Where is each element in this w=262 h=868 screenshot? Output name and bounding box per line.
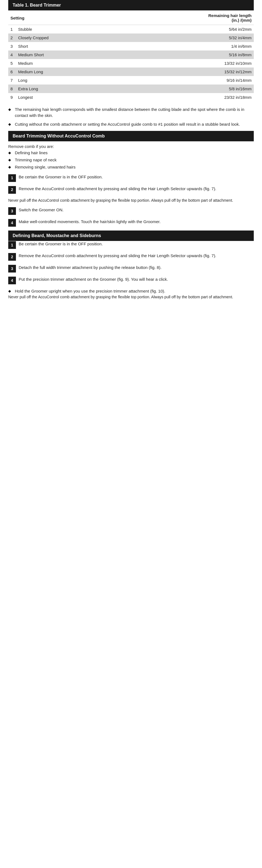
table-row: 1 Stubble 5/64 in/2mm — [8, 25, 254, 34]
beard-trimmer-table: Setting Remaining hair length (in.) /(mm… — [8, 10, 254, 101]
bullet-diamond: ◆ — [8, 150, 13, 156]
row-num: 8 — [8, 85, 16, 93]
section3-steps: 1Be certain the Groomer is in the OFF po… — [8, 241, 254, 284]
step-number: 1 — [8, 174, 16, 182]
section3-header: Defining Beard, Moustache and Sideburns — [8, 230, 254, 241]
step-text: Remove the AccuControl comb attachment b… — [19, 253, 216, 259]
section3-step-4: 4Put the precision trimmer attachment on… — [8, 276, 254, 284]
row-label: Long — [16, 76, 116, 85]
section2-steps-b: 3Switch the Groomer ON.4Make well-contro… — [8, 207, 254, 227]
table-note-item: ◆Cutting without the comb attachment or … — [8, 121, 254, 127]
row-num: 6 — [8, 67, 16, 76]
row-num: 2 — [8, 33, 16, 42]
row-length: 15/32 in/12mm — [116, 67, 254, 76]
step-text: Be certain the Groomer is in the OFF pos… — [19, 241, 103, 247]
row-label: Extra Long — [16, 85, 116, 93]
section3-step-2: 2Remove the AccuControl comb attachment … — [8, 253, 254, 261]
section2-bullet-item: ◆Removing single, unwanted hairs — [8, 164, 254, 170]
bullet-diamond: ◆ — [8, 289, 13, 294]
table-notes-list: ◆The remaining hair length corresponds w… — [8, 106, 254, 127]
table-row: 7 Long 9/16 in/14mm — [8, 76, 254, 85]
step-text: Make well-controlled movements. Touch th… — [19, 219, 161, 225]
table-row: 8 Extra Long 5/8 in/16mm — [8, 85, 254, 93]
section2-step-3: 3Switch the Groomer ON. — [8, 207, 254, 215]
section2-bullet-item: ◆Trimming nape of neck — [8, 157, 254, 163]
row-num: 4 — [8, 51, 16, 59]
row-num: 3 — [8, 42, 16, 51]
row-num: 9 — [8, 93, 16, 101]
step-text: Put the precision trimmer attachment on … — [19, 276, 168, 282]
row-num: 7 — [8, 76, 16, 85]
accu-comb-note: Never pull off the AccuControl comb atta… — [8, 197, 254, 203]
row-length: 5/32 in/4mm — [116, 33, 254, 42]
table1-section-header: Table 1. Beard Trimmer — [8, 0, 254, 10]
table-row: 2 Closely Cropped 5/32 in/4mm — [8, 33, 254, 42]
row-num: 5 — [8, 59, 16, 67]
step-number: 4 — [8, 277, 16, 284]
row-length: 9/16 in/14mm — [116, 76, 254, 85]
table1-title: Table 1. Beard Trimmer — [12, 3, 61, 7]
section2-title: Beard Trimming Without AccuControl Comb — [12, 134, 105, 138]
accu-comb-note: Never pull off the AccuControl comb atta… — [8, 294, 254, 300]
step-number: 3 — [8, 207, 16, 215]
table-note-item: ◆The remaining hair length corresponds w… — [8, 106, 254, 119]
section3-title: Defining Beard, Moustache and Sideburns — [12, 233, 101, 238]
row-label: Medium Long — [16, 67, 116, 76]
table-row: 3 Short 1/4 in/6mm — [8, 42, 254, 51]
section2-bullets: ◆Defining hair lines◆Trimming nape of ne… — [8, 150, 254, 170]
row-length: 5/64 in/2mm — [116, 25, 254, 34]
step-number: 2 — [8, 186, 16, 194]
table-row: 4 Medium Short 5/16 in/8mm — [8, 51, 254, 59]
step-text: Remove the AccuControl comb attachment b… — [19, 186, 216, 192]
row-length: 5/16 in/8mm — [116, 51, 254, 59]
remove-comb-intro: Remove comb if you are: — [8, 144, 254, 149]
step-number: 4 — [8, 219, 16, 227]
section3-step-1: 1Be certain the Groomer is in the OFF po… — [8, 241, 254, 249]
row-length: 23/32 in/18mm — [116, 93, 254, 101]
row-length: 1/4 in/6mm — [116, 42, 254, 51]
col-hair-length-header: Remaining hair length (in.) /(mm) — [116, 10, 254, 25]
col-setting-header: Setting — [8, 10, 116, 25]
section2-step-2: 2Remove the AccuControl comb attachment … — [8, 186, 254, 194]
section2-header: Beard Trimming Without AccuControl Comb — [8, 131, 254, 141]
table-row: 6 Medium Long 15/32 in/12mm — [8, 67, 254, 76]
step-number: 1 — [8, 241, 16, 249]
section2-bullet-item: ◆Defining hair lines — [8, 150, 254, 156]
bullet-diamond: ◆ — [8, 107, 13, 112]
step-number: 3 — [8, 265, 16, 273]
step-number: 2 — [8, 253, 16, 261]
step-text: Be certain the Groomer is in the OFF pos… — [19, 174, 103, 180]
row-label: Closely Cropped — [16, 33, 116, 42]
section2-steps: 1Be certain the Groomer is in the OFF po… — [8, 174, 254, 194]
section3-step-3: 3Detach the full width trimmer attachmen… — [8, 265, 254, 273]
section2-step-4: 4Make well-controlled movements. Touch t… — [8, 219, 254, 227]
table-row: 9 Longest 23/32 in/18mm — [8, 93, 254, 101]
row-label: Longest — [16, 93, 116, 101]
section2-step-1: 1Be certain the Groomer is in the OFF po… — [8, 174, 254, 182]
hold-note: ◆Hold the Groomer upright when you use t… — [8, 288, 254, 294]
row-num: 1 — [8, 25, 16, 34]
row-label: Medium Short — [16, 51, 116, 59]
row-length: 13/32 in/10mm — [116, 59, 254, 67]
row-label: Short — [16, 42, 116, 51]
row-length: 5/8 in/16mm — [116, 85, 254, 93]
bullet-diamond: ◆ — [8, 165, 13, 170]
row-label: Medium — [16, 59, 116, 67]
row-label: Stubble — [16, 25, 116, 34]
table-row: 5 Medium 13/32 in/10mm — [8, 59, 254, 67]
bullet-diamond: ◆ — [8, 157, 13, 163]
page: Table 1. Beard Trimmer Setting Remaining… — [0, 0, 262, 314]
hold-note-text: Hold the Groomer upright when you use th… — [15, 288, 165, 294]
bullet-diamond: ◆ — [8, 122, 13, 127]
step-text: Switch the Groomer ON. — [19, 207, 63, 213]
step-text: Detach the full width trimmer attachment… — [19, 265, 162, 271]
